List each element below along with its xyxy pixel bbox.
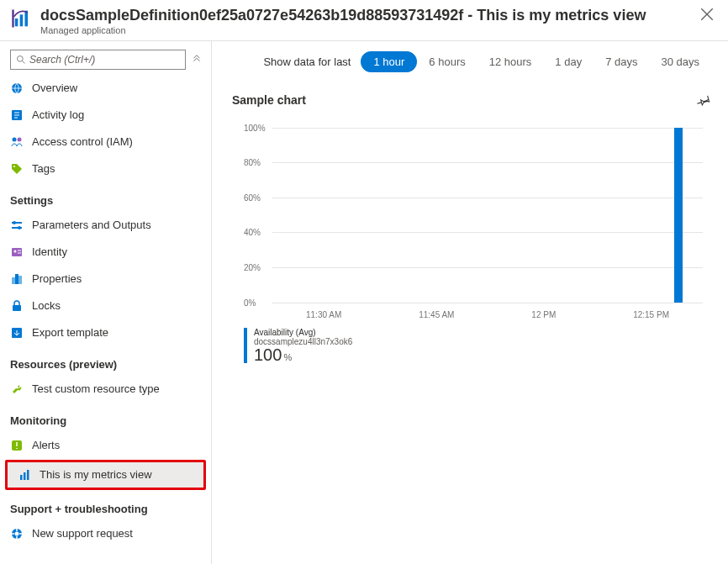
- sidebar-item-tags[interactable]: Tags: [0, 155, 211, 182]
- sidebar-item-label: Tags: [32, 162, 55, 175]
- sidebar-item-label: Export template: [32, 326, 108, 339]
- grid-line: [272, 162, 703, 163]
- y-tick-label: 0%: [244, 298, 256, 307]
- svg-rect-1: [20, 14, 24, 26]
- sidebar-item-parameters-and-outputs[interactable]: Parameters and Outputs: [0, 212, 211, 239]
- nav-group-heading: Settings: [0, 182, 211, 212]
- support-icon: [10, 527, 24, 540]
- metrics-icon: [18, 468, 31, 482]
- y-tick-label: 60%: [244, 192, 261, 202]
- sidebar-item-test-custom-resource-type[interactable]: Test custom resource type: [0, 376, 211, 403]
- legend-metric-name: Availability (Avg): [254, 328, 352, 337]
- y-tick-label: 100%: [244, 123, 266, 132]
- x-tick-label: 12:15 PM: [633, 310, 669, 319]
- sidebar-item-label: Identity: [32, 245, 67, 258]
- chart-plot-area[interactable]: 100%80%60%40%20%0%11:30 AM11:45 AM12 PM1…: [244, 123, 703, 316]
- sidebar-item-label: Properties: [32, 272, 82, 285]
- tags-icon: [10, 162, 24, 176]
- close-icon[interactable]: [699, 7, 715, 22]
- sidebar-item-label: Parameters and Outputs: [32, 219, 151, 231]
- sidebar-item-label: Alerts: [32, 439, 60, 451]
- svg-point-10: [18, 226, 21, 229]
- grid-line: [272, 198, 703, 198]
- y-tick-label: 20%: [244, 262, 261, 271]
- svg-rect-16: [13, 305, 21, 311]
- iam-icon: [10, 135, 24, 149]
- params-icon: [10, 219, 24, 232]
- search-icon: [16, 55, 26, 65]
- sidebar-item-this-is-my-metrics-view[interactable]: This is my metrics view: [8, 462, 203, 488]
- highlighted-nav-item: This is my metrics view: [5, 460, 206, 490]
- x-tick-label: 11:30 AM: [306, 310, 341, 319]
- sidebar: Search (Ctrl+/) OverviewActivity logAcce…: [0, 41, 212, 564]
- page-title: docsSampleDefinition0ef25a0727e54263b19d…: [40, 7, 693, 25]
- sidebar-item-label: Test custom resource type: [32, 382, 160, 395]
- svg-point-7: [18, 137, 22, 141]
- metrics-icon: [10, 7, 34, 30]
- sidebar-item-properties[interactable]: Properties: [0, 266, 211, 293]
- grid-line: [272, 267, 703, 268]
- chart-legend: Availability (Avg) docssamplezu4ll3n7x3o…: [244, 328, 711, 363]
- main-content: Show data for last 1 hour6 hours12 hours…: [212, 41, 728, 564]
- nav-group-heading: Support + troubleshooting: [0, 491, 211, 520]
- x-tick-label: 12 PM: [531, 310, 556, 319]
- chevron-collapse-icon[interactable]: [191, 54, 203, 66]
- y-tick-label: 40%: [244, 228, 261, 237]
- sidebar-item-label: This is my metrics view: [40, 468, 152, 481]
- svg-rect-19: [20, 475, 23, 480]
- search-placeholder: Search (Ctrl+/): [29, 54, 95, 66]
- sidebar-item-identity[interactable]: Identity: [0, 239, 211, 266]
- y-tick-label: 80%: [244, 158, 261, 167]
- svg-rect-13: [15, 274, 18, 284]
- sidebar-item-overview[interactable]: Overview: [0, 75, 211, 102]
- legend-color-swatch: [244, 328, 247, 363]
- nav-group-heading: Resources (preview): [0, 346, 211, 376]
- alert-icon: [10, 439, 24, 452]
- globe-icon: [10, 82, 24, 95]
- sidebar-item-locks[interactable]: Locks: [0, 293, 211, 319]
- x-axis-labels: 11:30 AM11:45 AM12 PM12:15 PM: [272, 310, 703, 319]
- sidebar-item-access-control-iam-[interactable]: Access control (IAM): [0, 129, 211, 155]
- time-range-6-hours[interactable]: 6 hours: [417, 52, 477, 71]
- sidebar-item-label: New support request: [32, 527, 133, 540]
- svg-rect-15: [18, 276, 22, 284]
- svg-point-23: [15, 531, 19, 535]
- wrench-icon: [10, 382, 24, 396]
- svg-rect-11: [12, 248, 22, 256]
- legend-value: 100: [254, 345, 282, 364]
- time-range-label: Show data for last: [263, 55, 351, 68]
- identity-icon: [10, 245, 24, 259]
- page-subtitle: Managed application: [40, 25, 693, 35]
- sidebar-item-new-support-request[interactable]: New support request: [0, 520, 211, 547]
- legend-unit: %: [283, 352, 292, 362]
- svg-rect-0: [15, 18, 18, 26]
- time-range-30-days[interactable]: 30 days: [649, 52, 711, 71]
- sidebar-item-alerts[interactable]: Alerts: [0, 432, 211, 459]
- sidebar-item-activity-log[interactable]: Activity log: [0, 102, 211, 129]
- sidebar-item-label: Activity log: [32, 108, 84, 121]
- sidebar-item-label: Locks: [32, 299, 61, 312]
- search-input[interactable]: Search (Ctrl+/): [10, 50, 186, 70]
- log-icon: [10, 108, 24, 122]
- svg-point-3: [18, 55, 24, 61]
- svg-point-8: [13, 166, 15, 167]
- props-icon: [10, 272, 24, 286]
- chart-bar: [674, 128, 683, 303]
- svg-rect-21: [27, 470, 29, 480]
- sidebar-item-label: Access control (IAM): [32, 135, 133, 148]
- export-icon: [10, 326, 24, 340]
- pin-icon[interactable]: [696, 92, 711, 108]
- svg-rect-20: [24, 472, 26, 480]
- svg-point-6: [13, 137, 17, 141]
- time-range-1-hour[interactable]: 1 hour: [361, 51, 417, 72]
- time-range-1-day[interactable]: 1 day: [543, 52, 593, 71]
- x-tick-label: 11:45 AM: [419, 310, 454, 319]
- sidebar-item-export-template[interactable]: Export template: [0, 319, 211, 346]
- sidebar-item-label: Overview: [32, 82, 77, 94]
- grid-line: [272, 303, 703, 303]
- svg-point-9: [13, 221, 16, 224]
- time-range-toolbar: Show data for last 1 hour6 hours12 hours…: [232, 51, 711, 72]
- time-range-12-hours[interactable]: 12 hours: [477, 52, 544, 71]
- time-range-7-days[interactable]: 7 days: [593, 52, 649, 71]
- svg-point-12: [14, 250, 17, 252]
